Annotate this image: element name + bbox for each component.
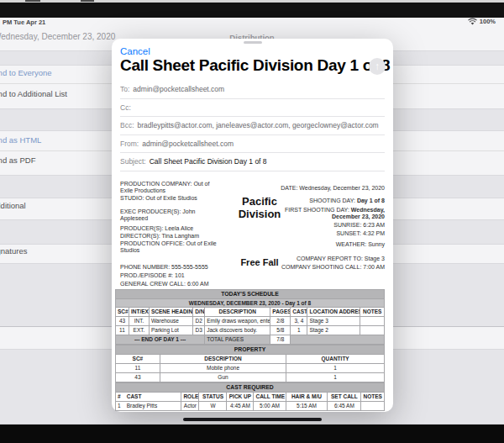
property-table: PROPERTY SC# DESCRIPTION QUANTITY 11 Mob…	[115, 345, 385, 382]
empty-cell	[291, 335, 385, 345]
sched-cell: Emily draws weapon, enters.	[205, 317, 270, 326]
info-line: STUDIO: Out of Exile Studios	[120, 195, 223, 202]
arrow-up-icon: ↑	[375, 61, 380, 71]
info-line: PRODUCTION OFFICE: Out of Exile Studios	[120, 240, 223, 254]
home-indicator[interactable]	[183, 418, 322, 421]
sched-col-header: SC#	[116, 308, 129, 317]
sched-col-header: LOCATION ADDRESS	[307, 308, 360, 317]
wifi-icon	[468, 18, 477, 25]
sched-cell: Warehouse	[149, 317, 192, 326]
bcc-value: bradleypitts@actor.com, janeleaves@actor…	[138, 121, 379, 129]
schedule-title: TODAY'S SCHEDULE	[116, 290, 385, 299]
prop-cell: Gun	[160, 373, 286, 382]
cc-field[interactable]: Cc:	[120, 99, 385, 118]
sched-cell	[360, 326, 385, 335]
sched-cell: 11	[116, 326, 129, 335]
compose-title: Call Sheet Pacific Division Day 1 of 8	[120, 56, 390, 75]
sched-cell: 3, 4	[291, 317, 307, 326]
prop-cell: 1	[286, 364, 385, 373]
schedule-footer-row: --- END OF DAY 1 --- TOTAL PAGES 7/8	[116, 335, 385, 345]
info-line: PROD./EPISODE #: 101	[120, 272, 223, 279]
end-of-day-label: --- END OF DAY 1 ---	[116, 335, 205, 345]
info-line: SUNSET: 4:32 PM	[277, 230, 385, 237]
info-line: COMPANY SHOOTING CALL: 7:00 AM	[277, 264, 385, 271]
info-line: DIRECTOR(S): Tina Langham	[120, 233, 223, 240]
sched-col-header: INT/EXT	[129, 308, 149, 317]
device-bezel-bottom	[0, 425, 504, 443]
sched-cell	[360, 317, 385, 326]
mail-compose-sheet: Cancel Call Sheet Pacific Division Day 1…	[112, 39, 393, 412]
bg-row-send-as-html: Send as HTML	[0, 135, 41, 145]
info-line: SUNRISE: 6:23 AM	[277, 222, 385, 229]
prop-cell: Mobile phone	[160, 364, 286, 373]
cancel-button[interactable]: Cancel	[120, 46, 150, 56]
bg-row-send-to-everyone: Send to Everyone	[0, 68, 52, 77]
battery-percent: 100%	[480, 18, 496, 25]
cc-label: Cc:	[120, 103, 131, 112]
subject-field[interactable]: Subject: Call Sheet Pacific Division Day…	[120, 153, 385, 171]
cast-table: CAST REQUIRED # CAST ROLE STATUS PICK UP…	[115, 382, 385, 411]
subject-value: Call Sheet Pacific Division Day 1 of 8	[150, 157, 267, 166]
cast-col-header: HAIR & M/U	[286, 393, 328, 402]
info-line: FIRST SHOOTING DAY: Wednesday, December …	[277, 207, 385, 220]
prop-col-header: QUANTITY	[286, 355, 385, 364]
total-pages-value: 7/8	[270, 335, 291, 345]
to-field[interactable]: To: admin@pocketcallsheet.com	[120, 81, 385, 99]
property-row: 43 Gun 1	[116, 373, 385, 382]
cast-row: 1 Bradley Pitts Actor W 4:45 AM 5:00 AM …	[116, 402, 385, 411]
subject-label: Subject:	[120, 157, 146, 166]
schedule-row: 43 INT. Warehouse D2 Emily draws weapon,…	[116, 317, 385, 326]
sched-col-header: SCENE HEADING	[149, 308, 192, 317]
property-title: PROPERTY	[116, 345, 385, 355]
from-label: From:	[120, 140, 139, 148]
sched-col-header: NOTES	[360, 308, 385, 317]
from-field[interactable]: From: admin@pocketcallsheet.com	[120, 135, 385, 154]
cast-col-header: NOTES	[361, 393, 385, 402]
sheet-grabber[interactable]	[244, 41, 262, 44]
sched-cell: 2/8	[270, 317, 291, 326]
cast-col-header: SET CALL	[328, 393, 361, 402]
cast-cell	[361, 402, 385, 411]
compose-fields: To: admin@pocketcallsheet.com Cc: Bcc: b…	[120, 81, 385, 171]
info-line: PHONE NUMBER: 555-555-5555	[120, 264, 223, 271]
schedule-subtitle: WEDNESDAY, DECEMBER 23, 2020 - Day 1 of …	[116, 299, 385, 308]
sched-cell: INT.	[129, 317, 149, 326]
schedule-row: 11 EXT. Parking Lot D3 Jack discovers bo…	[116, 326, 385, 335]
send-button[interactable]: ↑	[369, 58, 386, 75]
callsheet-tables: TODAY'S SCHEDULE WEDNESDAY, DECEMBER 23,…	[115, 289, 385, 411]
cast-cell: 6:45 AM	[328, 402, 361, 411]
schedule-table: TODAY'S SCHEDULE WEDNESDAY, DECEMBER 23,…	[115, 289, 385, 345]
cast-cell: 5:15 AM	[286, 402, 328, 411]
prop-col-header: DESCRIPTION	[160, 355, 286, 364]
bg-row-send-as-pdf: Send as PDF	[0, 156, 36, 165]
cast-title: CAST REQUIRED	[116, 383, 385, 393]
cast-col-header: #	[116, 393, 125, 402]
info-line: COMPANY REPORT TO: Stage 3	[277, 256, 385, 262]
info-line: PRODUCER(S): Leela Alice	[120, 225, 223, 232]
cast-cell: 4:45 AM	[227, 402, 254, 411]
info-line: DATE: Wednesday, December 23, 2020	[277, 185, 385, 192]
sched-cell: Stage 3	[307, 317, 360, 326]
bg-row-signatures: Signatures	[0, 246, 27, 256]
prop-cell: 43	[116, 373, 160, 382]
sched-cell: Parking Lot	[149, 326, 192, 335]
bcc-label: Bcc:	[120, 121, 134, 129]
cast-col-header: ROLE	[181, 393, 199, 402]
sched-col-header: D/N	[193, 308, 205, 317]
property-row: 11 Mobile phone 1	[116, 364, 385, 373]
status-bar-right: 100%	[468, 18, 496, 25]
info-line: PRODUCTION COMPANY: Out of Exile Product…	[120, 181, 223, 194]
sched-cell: 43	[116, 317, 129, 326]
status-bar-time: PM Tue Apr 21	[3, 18, 45, 26]
cast-cell: 1	[116, 402, 125, 411]
sched-cell: 5/8	[270, 326, 291, 335]
prop-cell: 11	[116, 364, 160, 373]
bg-row-send-to-additional-list: Send to Additional List	[0, 89, 67, 98]
info-line: EXEC PRODUCER(S): John Appleseed	[120, 208, 223, 222]
device-bezel-top	[0, 3, 504, 18]
bg-row-additional: Additional	[0, 201, 26, 210]
sched-col-header: DESCRIPTION	[205, 308, 270, 317]
cast-cell: W	[199, 402, 227, 411]
bcc-field[interactable]: Bcc: bradleypitts@actor.com, janeleaves@…	[120, 117, 385, 135]
total-pages-label: TOTAL PAGES	[205, 335, 270, 345]
